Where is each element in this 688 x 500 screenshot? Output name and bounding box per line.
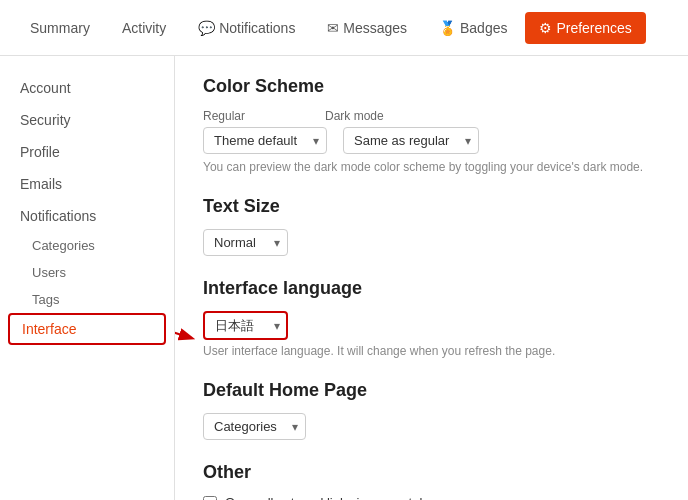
open-external-checkbox[interactable] bbox=[203, 496, 217, 501]
text-size-select-wrapper: Normal Smaller Larger bbox=[203, 229, 288, 256]
gear-icon: ⚙ bbox=[539, 20, 552, 36]
interface-lang-hint: User interface language. It will change … bbox=[203, 344, 660, 358]
home-select-wrapper: Categories Latest Top bbox=[203, 413, 306, 440]
other-section: Other Open all external links in a new t… bbox=[203, 462, 660, 500]
badge-icon: 🏅 bbox=[439, 20, 456, 36]
sidebar-item-profile[interactable]: Profile bbox=[0, 136, 174, 168]
tab-summary[interactable]: Summary bbox=[16, 12, 104, 44]
sidebar-item-notifications[interactable]: Notifications bbox=[0, 200, 174, 232]
default-home-title: Default Home Page bbox=[203, 380, 660, 401]
theme-select[interactable]: Theme default bbox=[203, 127, 327, 154]
envelope-icon: ✉ bbox=[327, 20, 339, 36]
sidebar-subitem-users[interactable]: Users bbox=[0, 259, 174, 286]
speech-bubble-icon: 💬 bbox=[198, 20, 215, 36]
layout: Account Security Profile Emails Notifica… bbox=[0, 56, 688, 500]
dark-mode-select-wrapper: Same as regular bbox=[343, 127, 479, 154]
sidebar-item-interface[interactable]: Interface bbox=[8, 313, 166, 345]
svg-line-1 bbox=[175, 326, 191, 339]
text-size-select[interactable]: Normal Smaller Larger bbox=[203, 229, 288, 256]
tab-notifications[interactable]: 💬 Notifications bbox=[184, 12, 309, 44]
top-nav: Summary Activity 💬 Notifications ✉ Messa… bbox=[0, 0, 688, 56]
checkbox-open-external: Open all external links in a new tab bbox=[203, 495, 660, 500]
home-page-select[interactable]: Categories Latest Top bbox=[203, 413, 306, 440]
tab-badges[interactable]: 🏅 Badges bbox=[425, 12, 521, 44]
interface-lang-select[interactable]: 日本語 English bbox=[203, 311, 288, 340]
theme-select-wrapper: Theme default bbox=[203, 127, 327, 154]
tab-activity[interactable]: Activity bbox=[108, 12, 180, 44]
text-size-section: Text Size Normal Smaller Larger bbox=[203, 196, 660, 256]
color-scheme-section: Color Scheme Regular Dark mode Theme def… bbox=[203, 76, 660, 174]
regular-label: Regular bbox=[203, 109, 245, 123]
interface-lang-section: Interface language 日本語 English bbox=[203, 278, 660, 358]
interface-lang-title: Interface language bbox=[203, 278, 660, 299]
color-scheme-title: Color Scheme bbox=[203, 76, 660, 97]
tab-preferences[interactable]: ⚙ Preferences bbox=[525, 12, 645, 44]
sidebar-item-account[interactable]: Account bbox=[0, 72, 174, 104]
annotation-arrow bbox=[175, 321, 198, 351]
sidebar-item-emails[interactable]: Emails bbox=[0, 168, 174, 200]
dark-mode-select[interactable]: Same as regular bbox=[343, 127, 479, 154]
sidebar-subitem-categories[interactable]: Categories bbox=[0, 232, 174, 259]
main-content: Color Scheme Regular Dark mode Theme def… bbox=[175, 56, 688, 500]
text-size-title: Text Size bbox=[203, 196, 660, 217]
dark-mode-label: Dark mode bbox=[325, 109, 384, 123]
lang-select-wrapper: 日本語 English bbox=[203, 311, 288, 340]
tab-messages[interactable]: ✉ Messages bbox=[313, 12, 421, 44]
color-scheme-hint: You can preview the dark mode color sche… bbox=[203, 160, 660, 174]
other-title: Other bbox=[203, 462, 660, 483]
default-home-section: Default Home Page Categories Latest Top bbox=[203, 380, 660, 440]
arrow-container: 日本語 English bbox=[203, 311, 288, 340]
open-external-label: Open all external links in a new tab bbox=[225, 495, 427, 500]
sidebar: Account Security Profile Emails Notifica… bbox=[0, 56, 175, 500]
sidebar-subitem-tags[interactable]: Tags bbox=[0, 286, 174, 313]
sidebar-item-security[interactable]: Security bbox=[0, 104, 174, 136]
